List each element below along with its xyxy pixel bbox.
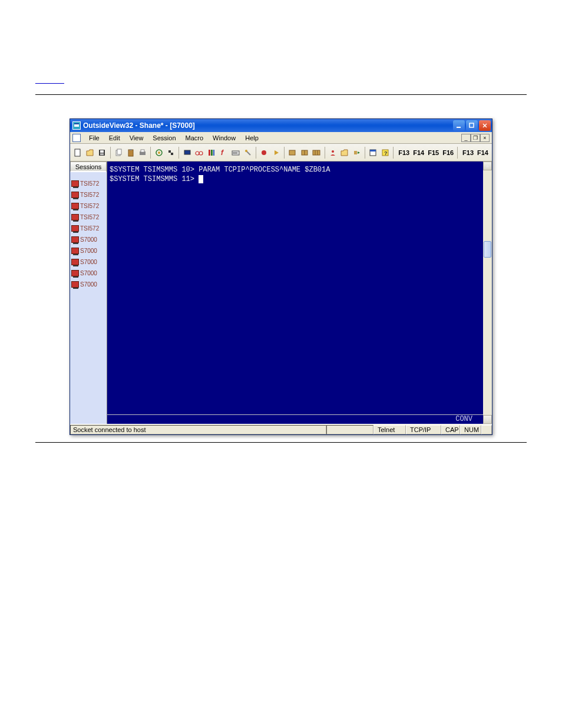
terminal-icon [71, 214, 79, 220]
status-grip [481, 425, 492, 434]
scroll-thumb[interactable] [484, 241, 491, 258]
svg-rect-23 [209, 150, 210, 156]
svg-rect-24 [211, 150, 213, 156]
svg-text:f: f [221, 149, 224, 157]
mdi-minimize-button[interactable]: _ [461, 134, 471, 142]
scroll-up-button[interactable]: ▲ [483, 162, 492, 170]
session-item[interactable]: S7000 [70, 279, 107, 290]
window-icon[interactable] [368, 147, 379, 159]
status-transport: TCP/IP [406, 425, 441, 434]
copy-icon[interactable] [113, 147, 124, 159]
macro2-icon[interactable] [299, 147, 310, 159]
session-item[interactable]: S7000 [70, 234, 107, 245]
help-icon[interactable]: ? [380, 147, 391, 159]
session-label: S7000 [80, 281, 97, 288]
columns-icon[interactable] [206, 147, 217, 159]
function-icon[interactable]: f [218, 147, 229, 159]
scroll-down-button[interactable]: ▼ [483, 415, 492, 424]
svg-rect-6 [75, 149, 80, 156]
svg-rect-25 [213, 150, 214, 156]
statusbar: Socket connected to host Telnet TCP/IP C… [70, 424, 492, 434]
play-icon[interactable] [270, 147, 282, 159]
titlebar: OutsideView32 - Shane* - [S7000] [70, 119, 492, 132]
app-icon [72, 121, 81, 130]
screen-icon[interactable] [181, 147, 193, 159]
disconnect-icon[interactable] [166, 147, 177, 159]
menu-view[interactable]: View [125, 133, 148, 143]
print-icon[interactable] [137, 147, 148, 159]
session-item[interactable]: TSI572 [70, 200, 107, 212]
svg-point-21 [196, 151, 199, 155]
terminal-content: $SYSTEM TSIMSMMS 10> PARAM TCPIP^PROCESS… [107, 162, 492, 187]
window-title: OutsideView32 - Shane* - [S7000] [83, 121, 453, 130]
fkey-f14b[interactable]: F14 [475, 149, 490, 156]
fkey-f14[interactable]: F14 [411, 149, 426, 156]
session-label: S7000 [80, 248, 97, 254]
session-item[interactable]: TSI572 [70, 212, 107, 223]
menu-macro[interactable]: Macro [181, 133, 209, 143]
glasses-icon[interactable] [194, 147, 205, 159]
document-icon[interactable] [72, 134, 81, 142]
terminal-view[interactable]: $SYSTEM TSIMSMMS 10> PARAM TCPIP^PROCESS… [107, 162, 492, 424]
menu-help[interactable]: Help [240, 133, 263, 143]
svg-rect-19 [171, 153, 173, 155]
fkey-f13b[interactable]: F13 [461, 149, 475, 156]
paste-icon[interactable] [125, 147, 136, 159]
svg-marker-43 [358, 151, 360, 154]
keyboard-icon[interactable] [230, 147, 242, 159]
svg-rect-13 [130, 149, 132, 150]
person-icon[interactable] [328, 147, 339, 159]
macro1-icon[interactable] [287, 147, 298, 159]
scroll-track[interactable] [483, 170, 492, 415]
terminal-line: $SYSTEM TSIMSMMS 10> PARAM TCPIP^PROCESS… [110, 166, 330, 174]
svg-point-41 [332, 150, 334, 153]
folder-open-icon[interactable] [339, 147, 351, 159]
menu-session[interactable]: Session [148, 133, 180, 143]
fkey-f13[interactable]: F13 [396, 149, 411, 156]
save-icon[interactable] [97, 147, 108, 159]
workspace: Sessions TSI572 TSI572 TSI572 TSI572 TSI… [70, 162, 492, 424]
mdi-restore-button[interactable]: ❐ [471, 134, 480, 142]
fkey-f15[interactable]: F15 [426, 149, 441, 156]
new-icon[interactable] [72, 147, 84, 159]
record-icon[interactable] [259, 147, 270, 159]
svg-rect-1 [74, 123, 79, 124]
minimize-button[interactable] [453, 120, 465, 131]
status-cap: CAP [441, 425, 460, 434]
breadcrumb-link[interactable]: ________ [35, 77, 64, 84]
session-label: TSI572 [80, 203, 99, 209]
svg-point-17 [158, 151, 160, 154]
cursor [199, 175, 203, 183]
vertical-scrollbar[interactable]: ▲ ▼ [483, 162, 492, 424]
close-button[interactable] [479, 120, 491, 131]
fkey-f16[interactable]: F16 [441, 149, 455, 156]
mdi-close-button[interactable]: × [480, 134, 490, 142]
svg-rect-12 [128, 150, 133, 156]
session-item[interactable]: S7000 [70, 245, 107, 256]
session-item[interactable]: TSI572 [70, 189, 107, 200]
toolbar: f ? F13 F14 F15 F16 [70, 144, 492, 162]
svg-point-22 [199, 151, 203, 155]
transfer-icon[interactable] [352, 147, 363, 159]
terminal-icon [71, 281, 79, 288]
menu-edit[interactable]: Edit [104, 133, 125, 143]
sessions-panel: Sessions TSI572 TSI572 TSI572 TSI572 TSI… [70, 162, 107, 424]
menu-window[interactable]: Window [208, 133, 240, 143]
divider-top [35, 94, 527, 95]
connect-icon[interactable] [153, 147, 164, 159]
maximize-button[interactable] [466, 120, 478, 131]
session-item[interactable]: TSI572 [70, 178, 107, 189]
tools-icon[interactable] [242, 147, 253, 159]
macro3-icon[interactable] [311, 147, 322, 159]
svg-text:?: ? [384, 150, 388, 156]
session-label: S7000 [80, 270, 97, 276]
terminal-mode: CONV [455, 415, 483, 424]
session-label: TSI572 [80, 214, 99, 220]
session-item[interactable]: S7000 [70, 256, 107, 268]
session-item[interactable]: TSI572 [70, 223, 107, 234]
terminal-icon [71, 248, 79, 254]
svg-rect-20 [184, 150, 190, 154]
open-icon[interactable] [85, 147, 96, 159]
menu-file[interactable]: File [84, 133, 104, 143]
session-item[interactable]: S7000 [70, 268, 107, 279]
